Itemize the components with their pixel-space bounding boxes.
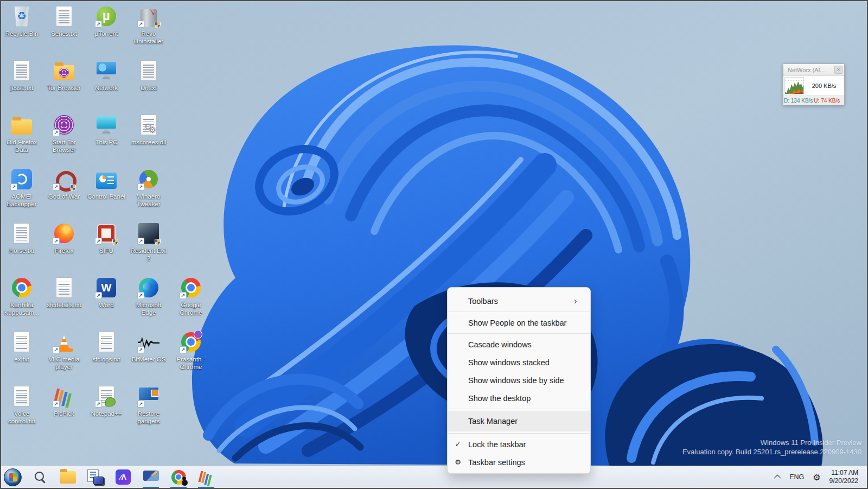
language-indicator[interactable]: ENG xyxy=(789,473,804,481)
desktop-icon-karthika-kuppusam[interactable]: Karthika Kuppusam... xyxy=(1,276,42,316)
shortcut-arrow-icon: ↗ xyxy=(95,21,102,28)
networx-titlebar[interactable]: NetWorx (Al... × xyxy=(783,64,844,76)
recycle-icon xyxy=(14,7,30,27)
close-icon[interactable]: × xyxy=(834,66,843,74)
desktop-icon-un-txt[interactable]: Un.txt xyxy=(128,59,169,92)
desktop-icon-this-pc[interactable]: This PC xyxy=(86,113,127,146)
clock[interactable]: 11:07 AM 9/20/2022 xyxy=(829,469,858,485)
networx-upload: U: 74 KB/s xyxy=(814,98,840,104)
shortcut-arrow-icon: ↗ xyxy=(137,21,144,28)
desktop-icon-word[interactable]: ↗ Word xyxy=(86,276,127,309)
chrome-profile-icon xyxy=(171,470,186,485)
desktop-icon-label: VLC media player xyxy=(43,355,85,371)
desktop-icon-horse-txt[interactable]: Horse.txt xyxy=(1,221,42,255)
desktop-icon-notepad[interactable]: ↗ Notepad++ xyxy=(86,384,127,417)
networx-title: NetWorx (Al... xyxy=(788,67,834,73)
desktop-icon-sifu[interactable]: ↗ SIFU xyxy=(86,221,127,255)
menu-item-show-windows-stacked[interactable]: Show windows stacked xyxy=(448,353,590,371)
taskbar-button-picpick[interactable] xyxy=(197,468,215,486)
desktop-icon-restore-gadgets[interactable]: ↗ Restore gadgets xyxy=(128,384,169,425)
menu-item-show-windows-side-by-side[interactable]: Show windows side by side xyxy=(448,371,590,389)
desktop-icon-label: ex.txt xyxy=(1,355,42,363)
txt-icon xyxy=(14,386,30,407)
desktop-icon-sfclogs-txt[interactable]: sfclogs.txt xyxy=(86,330,127,363)
tray-time: 11:07 AM xyxy=(829,469,858,477)
desktop-icon-torrent[interactable]: ↗ µTorrent xyxy=(86,4,127,37)
menu-item-show-the-desktop[interactable]: Show the desktop xyxy=(448,389,590,407)
txt-icon xyxy=(14,223,30,244)
desktop-icon-mscorees-dll[interactable]: mscorees.dll xyxy=(128,113,169,146)
desktop-icon-grid: Recycle Bin Series.txt ↗ µTorrent ↗ Revo… xyxy=(1,1,229,466)
desktop-icon-start-tor-browser[interactable]: ↗ Start Tor Browser xyxy=(43,113,85,154)
desktop-icon-picpick[interactable]: ↗ PicPick xyxy=(43,384,85,417)
desktop-icon-sfcdetails-txt[interactable]: sfcdetails.txt xyxy=(43,276,85,309)
submenu-chevron-icon: › xyxy=(574,296,590,306)
desktop-icon-google-chrome[interactable]: ↗ Google Chrome xyxy=(170,276,212,316)
taskbar-context-menu: Toolbars › Show People on the taskbar Ca… xyxy=(447,287,591,474)
desktop-icon-label: Revo Uninstaller xyxy=(128,30,169,45)
gear-icon[interactable]: ⚙ xyxy=(813,472,820,482)
desktop-icon-vlc-media-player[interactable]: ↗ VLC media player xyxy=(43,330,85,371)
menu-item-lock-the-taskbar[interactable]: ✓ Lock the taskbar xyxy=(448,435,590,453)
shortcut-arrow-icon: ↗ xyxy=(10,183,17,190)
desktop-icon-series-txt[interactable]: Series.txt xyxy=(43,4,85,37)
chevron-up-icon[interactable] xyxy=(774,474,781,481)
desktop-icon-jesse-txt[interactable]: jesse.txt xyxy=(1,59,42,92)
network-icon xyxy=(95,61,117,80)
taskbar-button-chrome-profile[interactable] xyxy=(169,468,188,486)
menu-item-task-manager[interactable]: Task Manager xyxy=(448,411,590,431)
desktop-icon-label: God of War xyxy=(43,193,85,200)
desktop-icon-winaero-tweaker[interactable]: ↗ Winaero Tweaker xyxy=(128,167,169,208)
networx-rate: 200 KB/s xyxy=(804,82,844,89)
desktop-icon-ex-txt[interactable]: ex.txt xyxy=(1,330,42,363)
menu-item-label: Task Manager xyxy=(468,417,574,426)
taskbar-button-system-configuration[interactable] xyxy=(86,468,105,486)
taskbar-button-search[interactable] xyxy=(31,468,49,486)
shortcut-arrow-icon: ↗ xyxy=(137,292,144,299)
menu-item-toolbars[interactable]: Toolbars › xyxy=(448,292,590,310)
menu-item-cascade-windows[interactable]: Cascade windows xyxy=(448,335,590,353)
desktop-icon-microsoft-edge[interactable]: ↗ Microsoft Edge xyxy=(128,276,169,316)
menu-item-show-people-on-the-taskbar[interactable]: Show People on the taskbar xyxy=(448,314,590,332)
shortcut-arrow-icon: ↗ xyxy=(137,346,144,353)
menu-item-label: Show windows stacked xyxy=(468,358,574,367)
desktop-icon-prasanth-chrome[interactable]: ↗ Prasanth - Chrome xyxy=(170,330,212,371)
shortcut-arrow-icon: ↗ xyxy=(53,129,60,136)
desktop-icon-control-panel[interactable]: Control Panel xyxy=(86,167,127,200)
desktop-icon-bitmeter-os[interactable]: ↗ BitMeter OS xyxy=(128,330,169,363)
desktop-icon-voice-control-txt[interactable]: Voice control.txt xyxy=(1,384,42,425)
menu-item-label: Cascade windows xyxy=(468,340,574,349)
uac-shield-icon xyxy=(155,22,161,28)
taskbar-button-screen-sketch-app[interactable] xyxy=(142,468,160,486)
desktop-icon-resident-evil-2[interactable]: ↗ Resident Evil 2 xyxy=(128,221,169,262)
desktop-icon-recycle-bin[interactable]: Recycle Bin xyxy=(1,4,42,37)
taskbar-button-m-logo-app[interactable] xyxy=(114,468,132,486)
m-logo-app-icon xyxy=(116,469,131,485)
desktop-icon-tor-browser[interactable]: Tor Browser xyxy=(43,59,85,92)
desktop-icon-label: jesse.txt xyxy=(1,84,42,92)
tray-date: 9/20/2022 xyxy=(829,477,858,485)
desktop-icon-label: PicPick xyxy=(43,410,85,417)
desktop-icon-label: BitMeter OS xyxy=(128,355,169,363)
watermark-line2: Evaluation copy. Build 25201.rs_prerelea… xyxy=(682,447,861,456)
taskbar-buttons xyxy=(1,466,215,488)
taskbar-button-start[interactable] xyxy=(3,468,22,486)
desktop-icon-old-firefox-data[interactable]: Old Firefox Data xyxy=(1,113,42,154)
shortcut-arrow-icon: ↗ xyxy=(53,183,60,190)
desktop-icon-revo-uninstaller[interactable]: ↗ Revo Uninstaller xyxy=(128,4,169,45)
menu-item-label: Show the desktop xyxy=(468,394,574,403)
networx-body: 200 KB/s xyxy=(783,76,844,96)
desktop-icon-label: Old Firefox Data xyxy=(1,138,42,154)
thispc-icon xyxy=(95,115,117,135)
taskbar-button-file-explorer[interactable] xyxy=(59,468,77,486)
desktop-icon-label: Series.txt xyxy=(43,30,85,37)
desktop-icon-god-of-war[interactable]: ↗ God of War xyxy=(43,167,85,200)
taskbar: ENG ⚙ 11:07 AM 9/20/2022 xyxy=(1,466,867,488)
shortcut-arrow-icon: ↗ xyxy=(95,292,102,299)
desktop-icon-aomei-backupper[interactable]: ↗ AOMEI Backupper xyxy=(1,167,42,208)
desktop: Recycle Bin Series.txt ↗ µTorrent ↗ Revo… xyxy=(0,0,868,489)
desktop-icon-firefox[interactable]: ↗ Firefox xyxy=(43,221,85,255)
desktop-icon-network[interactable]: Network xyxy=(86,59,127,92)
menu-item-taskbar-settings[interactable]: ⚙ Taskbar settings xyxy=(448,453,590,471)
networx-widget[interactable]: NetWorx (Al... × 200 KB/s D: 134 KB/s U:… xyxy=(783,63,845,105)
